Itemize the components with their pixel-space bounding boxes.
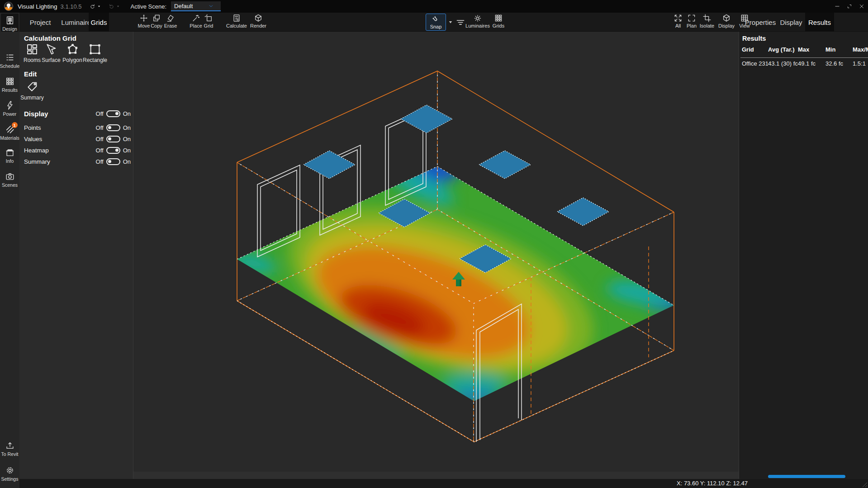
visual-lighting-window: Visual Lighting 3.1.10.5 Active Scene: D… — [0, 0, 868, 488]
resize-grip[interactable] — [861, 481, 867, 487]
luminaire-panel[interactable] — [304, 151, 355, 179]
upload-icon — [5, 441, 15, 450]
polygon-icon — [66, 43, 79, 56]
render-button[interactable]: Render — [248, 14, 268, 31]
rooms-icon — [25, 43, 39, 56]
snap-options-caret[interactable] — [448, 19, 453, 25]
results-grid-icon — [5, 76, 15, 86]
materials-hatch-icon: 1 — [5, 124, 15, 134]
sidebar-item-design[interactable]: Design — [1, 14, 19, 32]
sidebar-item-materials[interactable]: 1 Materials — [1, 123, 19, 141]
app-title: Visual Lighting — [18, 3, 57, 10]
display-cube-icon — [722, 14, 731, 23]
minimize-button[interactable] — [831, 0, 844, 13]
materials-badge: 1 — [12, 122, 18, 128]
luminaire-panel[interactable] — [401, 105, 452, 133]
render-cube-icon — [254, 14, 263, 23]
display-view-button[interactable]: Display — [716, 14, 736, 31]
sidebar: Design Schedule Results Power 1 Material… — [0, 13, 19, 488]
rooms-tool[interactable]: Rooms — [22, 43, 43, 63]
undo-icon — [89, 3, 96, 10]
undo-button[interactable] — [89, 3, 101, 10]
crop-icon — [702, 14, 711, 23]
filter-grids-button[interactable]: Grids — [489, 14, 508, 31]
summary-row: Summary Off On — [19, 156, 133, 167]
erase-button[interactable]: Erase — [161, 14, 180, 31]
statusbar: X: 73.60 Y: 112.10 Z: 12.47 — [19, 479, 868, 488]
titlebar: Visual Lighting 3.1.10.5 Active Scene: D… — [0, 0, 868, 13]
redo-button[interactable] — [108, 3, 120, 10]
points-toggle[interactable] — [106, 124, 120, 131]
list-icon — [5, 52, 15, 62]
sidebar-item-power[interactable]: Power — [1, 99, 19, 117]
redo-caret-icon — [116, 5, 120, 8]
pointer-icon — [44, 43, 58, 56]
grid-button[interactable]: Grid — [199, 14, 218, 31]
polygon-tool[interactable]: Polygon — [62, 43, 83, 63]
gear-icon — [5, 465, 15, 475]
tab-results[interactable]: Results — [805, 13, 834, 32]
chevron-down-icon — [208, 3, 214, 9]
sidebar-item-info[interactable]: Info — [1, 146, 19, 164]
sidebar-item-results[interactable]: Results — [1, 75, 19, 93]
minimize-icon — [834, 3, 840, 9]
luminaire-panel[interactable] — [557, 198, 609, 226]
viewport[interactable] — [133, 32, 739, 479]
display-master-toggle[interactable] — [106, 110, 120, 117]
tab-grids[interactable]: Grids — [89, 13, 109, 32]
sidebar-item-schedule[interactable]: Schedule — [1, 51, 19, 69]
camera-icon — [5, 171, 15, 181]
isolate-button[interactable]: Isolate — [697, 14, 717, 31]
toolbar-row: Project Luminaires Grids Move Copy Erase… — [19, 13, 868, 32]
restore-icon — [846, 3, 853, 9]
snap-button[interactable]: Snap — [426, 14, 446, 31]
close-button[interactable] — [855, 0, 868, 13]
tab-properties[interactable]: Properties — [743, 13, 778, 32]
display-master-row: Display Off On — [19, 107, 133, 120]
values-row: Values Off On — [19, 133, 133, 144]
scene-canvas[interactable] — [133, 32, 739, 479]
active-scene-dropdown[interactable]: Default — [171, 1, 221, 11]
sidebar-item-to-revit[interactable]: To Revit — [1, 439, 19, 457]
results-header-divider — [740, 57, 868, 58]
filter-luminaires-button[interactable]: Luminaires — [465, 14, 491, 31]
luminaire-panel[interactable] — [479, 151, 531, 179]
active-scene-value: Default — [174, 3, 193, 9]
magnet-icon — [432, 15, 440, 24]
plan-brackets-icon — [687, 14, 696, 23]
results-header-row: Grid Avg (Tar.) Max Min Max/Min — [742, 46, 868, 53]
undo-caret-icon — [97, 5, 101, 8]
rectangle-tool[interactable]: Rectangle — [85, 43, 105, 63]
sidebar-item-scenes[interactable]: Scenes — [1, 170, 19, 188]
sun-icon — [473, 14, 482, 23]
results-panel: Results Grid Avg (Tar.) Max Min Max/Min … — [739, 32, 868, 479]
lightning-bolt-icon — [5, 100, 15, 110]
active-scene-label: Active Scene: — [131, 3, 167, 10]
tab-display[interactable]: Display — [778, 13, 804, 32]
calculator-icon — [232, 14, 241, 23]
rectangle-icon — [88, 43, 102, 56]
surface-tool[interactable]: Surface — [41, 43, 62, 63]
summary-toggle[interactable] — [106, 158, 120, 165]
results-row[interactable]: Office 231 43.1 (30) fc 49.1 fc 32.6 fc … — [742, 60, 868, 67]
viewport-scroll-track[interactable] — [133, 472, 739, 479]
cursor-coordinates: X: 73.60 Y: 112.10 Z: 12.47 — [677, 479, 748, 488]
calculation-grid-panel: Calculation Grid Rooms Surface Polygon R… — [19, 32, 133, 479]
results-title: Results — [742, 35, 766, 42]
copy-icon — [152, 14, 161, 23]
points-row: Points Off On — [19, 122, 133, 133]
redo-icon — [108, 3, 115, 10]
calculation-grid-title: Calculation Grid — [24, 34, 76, 42]
calculate-button[interactable]: Calculate — [224, 14, 249, 31]
sidebar-item-settings[interactable]: Settings — [1, 464, 19, 482]
building-icon — [5, 15, 15, 25]
heatmap-row: Heatmap Off On — [19, 145, 133, 156]
heatmap-toggle[interactable] — [106, 147, 120, 154]
expand-all-icon — [674, 14, 683, 23]
summary-tool[interactable]: Summary — [22, 80, 43, 101]
tab-project[interactable]: Project — [26, 13, 55, 32]
results-horizontal-scrollbar[interactable] — [768, 475, 845, 478]
info-box-icon — [5, 147, 15, 157]
restore-button[interactable] — [843, 0, 856, 13]
values-toggle[interactable] — [106, 136, 120, 142]
